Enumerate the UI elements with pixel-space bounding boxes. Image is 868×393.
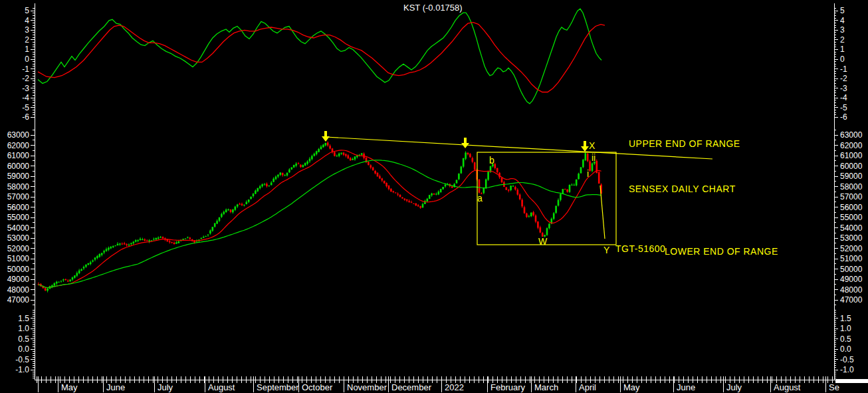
candle-body — [223, 212, 225, 214]
candle-body — [440, 189, 442, 192]
candle-body — [431, 194, 433, 196]
candle-body — [306, 162, 308, 164]
candle-body — [506, 188, 508, 190]
candle-body — [117, 244, 119, 245]
month-label: June — [106, 382, 125, 392]
candle-body — [548, 224, 550, 228]
candle-body — [517, 190, 519, 194]
candle-body — [74, 275, 76, 278]
candle-body — [530, 213, 532, 216]
candle-body — [510, 186, 512, 190]
candle-body — [101, 253, 103, 255]
candle-body — [255, 191, 257, 194]
down-arrow-icon — [581, 141, 589, 152]
candle-body — [65, 279, 67, 280]
kst-panel-title: KST (-0.01758) — [403, 3, 463, 13]
wave-label-W: W — [538, 236, 548, 247]
axis-label: -0.5 — [840, 355, 854, 364]
axis-label: -6 — [22, 112, 29, 122]
candle-body — [501, 178, 503, 182]
axis-label: 59000 — [7, 172, 30, 181]
axis-label: 51000 — [840, 254, 863, 263]
axis-label: 56000 — [840, 203, 863, 212]
axis-label: 4 — [25, 16, 29, 25]
candle-body — [119, 243, 121, 244]
axis-label: -5 — [22, 103, 29, 112]
axis-label: 1 — [25, 45, 29, 54]
candle-body — [110, 247, 112, 248]
candle-body — [232, 209, 234, 212]
axis-label: -1.0 — [15, 365, 29, 374]
axis-label: 3 — [25, 25, 29, 35]
candle-body — [329, 146, 331, 148]
candle-body — [401, 197, 403, 199]
candle-body — [239, 204, 241, 205]
axis-label: 0.0 — [18, 344, 29, 354]
candle-body — [514, 187, 516, 190]
axis-label: -2 — [840, 74, 847, 83]
candle-body — [219, 217, 221, 221]
candle-body — [433, 194, 435, 195]
axis-label: 54000 — [7, 223, 30, 233]
candle-body — [496, 168, 498, 172]
candle-body — [92, 261, 94, 262]
candle-body — [322, 145, 324, 148]
annotation-upper-end-of-range: UPPER END OF RANGE — [629, 138, 740, 149]
month-label: November — [347, 382, 387, 392]
candle-body — [427, 199, 429, 201]
candle-body — [445, 185, 447, 187]
candle-body — [133, 242, 135, 243]
axis-label: -3 — [22, 84, 29, 93]
axis-label: 4 — [840, 16, 845, 25]
candle-body — [379, 176, 381, 179]
axis-label: 54000 — [840, 223, 863, 233]
month-label: July — [158, 382, 173, 392]
candle-body — [144, 239, 146, 241]
candle-body — [128, 245, 130, 245]
axis-label: 2 — [840, 35, 845, 45]
axis-label: 1.0 — [18, 324, 29, 333]
chart-canvas[interactable]: 554433221100-1-1-2-2-3-3-4-4-5-5-6-66300… — [0, 0, 868, 393]
candle-body — [417, 205, 419, 207]
candle-body — [209, 231, 211, 234]
candle-body — [352, 159, 354, 160]
candle-body — [189, 237, 191, 239]
axis-label: 0.0 — [840, 344, 851, 354]
axis-label: -2 — [22, 74, 29, 83]
candle-body — [383, 181, 385, 184]
candle-body — [576, 180, 578, 186]
axis-label: -4 — [840, 93, 847, 102]
axis-label: 63000 — [840, 130, 863, 140]
candle-body — [45, 288, 47, 291]
candle-body — [280, 173, 282, 175]
candle-body — [302, 165, 304, 167]
candle-body — [122, 244, 124, 245]
axis-label: 62000 — [7, 141, 30, 150]
candle-body — [225, 209, 227, 212]
candle-body — [487, 172, 489, 180]
candle-body — [171, 242, 173, 243]
candle-body — [246, 202, 248, 204]
candle-body — [316, 151, 318, 154]
axis-label: 61000 — [840, 151, 863, 160]
wave-label-X: X — [589, 140, 596, 151]
candle-body — [160, 237, 162, 237]
candle-body — [374, 171, 376, 174]
axis-label: 55000 — [7, 213, 30, 222]
axis-label: -0.5 — [15, 355, 29, 364]
candle-body — [338, 154, 340, 156]
axis-label: 49000 — [840, 275, 863, 284]
candle-body — [399, 195, 401, 197]
down-arrow-icon — [461, 138, 469, 148]
axis-label: 0 — [25, 55, 29, 64]
axis-label: 50000 — [840, 265, 863, 274]
axis-label: 0.5 — [840, 334, 851, 344]
candle-body — [56, 282, 58, 284]
candle-body — [415, 203, 417, 205]
candle-body — [485, 180, 487, 189]
candle-body — [253, 194, 255, 196]
candle-body — [474, 162, 476, 170]
fast-ma — [39, 150, 601, 288]
month-label: July — [726, 382, 742, 392]
month-label: December — [391, 382, 432, 392]
